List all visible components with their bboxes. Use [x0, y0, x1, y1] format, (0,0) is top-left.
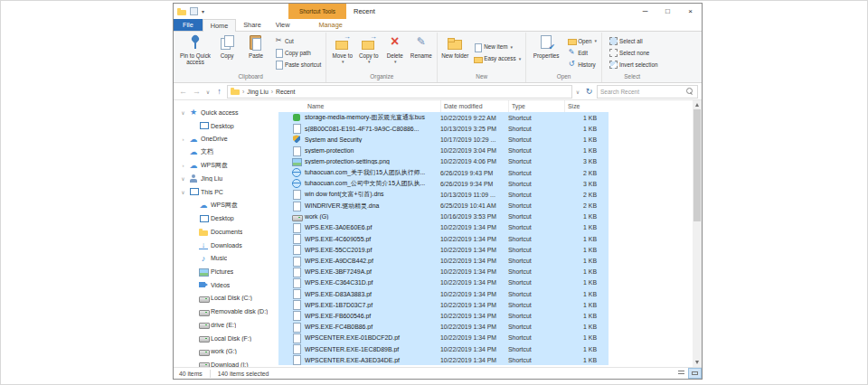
properties-button[interactable]: Properties — [529, 33, 563, 72]
file-row[interactable]: WPS.EXE-3BF7249A.pf10/22/2019 1:34 PMSho… — [278, 267, 609, 277]
breadcrumb-recent[interactable]: Recent — [276, 89, 296, 95]
sidebar-item[interactable]: ›☁OneDrive — [174, 132, 278, 146]
file-row[interactable]: WPSCENTER.EXE-A3ED34DE.pf10/22/2019 1:34… — [278, 354, 609, 365]
rename-button[interactable]: Rename — [408, 33, 434, 72]
sidebar-item[interactable]: ∨★Quick access — [174, 106, 278, 119]
sidebar-item[interactable]: ☁WPS网盘 — [174, 199, 278, 212]
sidebar-item[interactable]: ›☁WPS网盘 — [174, 159, 278, 173]
search-icon[interactable] — [686, 88, 694, 96]
easy-access-button[interactable]: Easy access — [471, 53, 523, 64]
file-row[interactable]: WPS.EXE-FB600546.pf10/22/2019 1:34 PMSho… — [278, 310, 609, 321]
paste-button[interactable]: Paste — [241, 33, 270, 72]
forward-icon[interactable]: → — [191, 87, 203, 96]
delete-button[interactable]: Delete — [382, 33, 408, 72]
sidebar-item[interactable]: Download (I:) — [174, 358, 278, 367]
file-row[interactable]: tuhaocuan.com_关于我们15人团队执行师...6/26/2019 9… — [278, 167, 609, 178]
sidebar-item[interactable]: Removable disk (D:) — [174, 305, 278, 318]
maximize-button[interactable]: □ — [656, 4, 679, 19]
sidebar-item[interactable]: ↓Downloads — [174, 239, 278, 252]
file-row[interactable]: work (G)10/16/2019 3:53 PMShortcut1 KB — [278, 211, 609, 222]
qat-customize-icon[interactable]: ▾ — [202, 8, 204, 14]
file-row[interactable]: WPSCENTER.EXE-1EC8D89B.pf10/22/2019 1:34… — [278, 343, 609, 354]
title-bar[interactable]: ▾ Shortcut Tools Recent ─ □ × — [174, 4, 702, 19]
file-row[interactable]: WPS.EXE-1B7D03C7.pf10/22/2019 1:34 PMSho… — [278, 299, 609, 310]
sidebar-item[interactable]: Videos — [174, 278, 278, 292]
scroll-up-icon[interactable] — [693, 100, 702, 109]
address-dropdown-icon[interactable]: ∨ — [574, 89, 581, 95]
file-row[interactable]: WPS.EXE-55CC2019.pf10/22/2019 1:34 PMSho… — [278, 244, 609, 255]
invert-selection-button[interactable]: Invert selection — [607, 59, 659, 70]
file-row[interactable]: WPS.EXE-C364C31D.pf10/22/2019 1:34 PMSho… — [278, 277, 609, 288]
recent-locations-icon[interactable]: ∨ — [204, 89, 212, 95]
select-none-button[interactable]: Select none — [607, 47, 659, 58]
file-row[interactable]: WINDRIVER.驱动精灵.dna6/25/2019 10:41 AMShor… — [278, 201, 609, 211]
sidebar-item[interactable]: ∨This PC — [174, 185, 278, 199]
sidebar-item[interactable]: work (G:) — [174, 344, 278, 358]
file-row[interactable]: s{8B00C081-E191-4F71-9A9C-C80886...10/13… — [278, 123, 609, 134]
sidebar-item[interactable]: ☁文档 — [174, 146, 278, 159]
sidebar-item[interactable]: Local Disk (F:) — [174, 332, 278, 345]
scrollbar-thumb[interactable] — [693, 109, 701, 221]
file-row[interactable]: System and Security10/17/2019 10:29 ...S… — [278, 134, 609, 145]
breadcrumb-jing-liu[interactable]: Jing Liu — [247, 89, 268, 95]
back-icon[interactable]: ← — [177, 87, 189, 96]
file-row[interactable]: system-protection10/22/2019 3:04 PMShort… — [278, 146, 609, 156]
thumbnails-view-button[interactable] — [688, 368, 702, 379]
select-all-button[interactable]: Select all — [607, 35, 659, 46]
file-row[interactable]: WPS.EXE-FC4B0B86.pf10/22/2019 1:34 PMSho… — [278, 322, 609, 333]
move-to-button[interactable]: Move to — [329, 33, 355, 72]
new-item-button[interactable]: New item — [471, 42, 523, 52]
history-button[interactable]: History — [565, 59, 599, 70]
sidebar-item[interactable]: ♪Music — [174, 252, 278, 266]
file-row[interactable]: system-protection-settings.png10/22/2019… — [278, 156, 609, 167]
vertical-scrollbar[interactable] — [693, 100, 702, 367]
column-header-date-modified[interactable]: Date modified — [440, 100, 508, 112]
column-header-size[interactable]: Size — [564, 100, 609, 112]
copy-button[interactable]: Copy — [212, 33, 241, 72]
minimize-button[interactable]: ─ — [634, 4, 656, 19]
chevron-down-icon[interactable]: ∨ — [180, 109, 186, 116]
copy-path-button[interactable]: Copy path — [272, 47, 323, 58]
file-row[interactable]: win dow font(文富+引首).dns10/13/2019 11:09 … — [278, 189, 609, 200]
close-button[interactable]: × — [679, 4, 702, 19]
chevron-right-icon[interactable]: › — [180, 136, 186, 142]
sidebar-item[interactable]: drive (E:) — [174, 318, 278, 332]
file-row[interactable]: WPS.EXE-4C609055.pf10/22/2019 1:34 PMSho… — [278, 233, 609, 244]
tab-home[interactable]: Home — [203, 19, 236, 32]
chevron-down-icon[interactable]: ∨ — [180, 189, 186, 195]
sidebar-item[interactable]: Desktop — [174, 119, 278, 133]
sidebar-item[interactable]: Pictures — [174, 265, 278, 278]
up-icon[interactable]: ↑ — [213, 87, 225, 96]
details-view-button[interactable] — [675, 368, 688, 379]
cut-button[interactable]: Cut — [272, 35, 323, 46]
column-header-name[interactable]: Name — [305, 100, 440, 112]
address-bar[interactable]: › Jing Liu › Recent — [227, 85, 572, 99]
scrollbar-track[interactable] — [693, 109, 702, 358]
refresh-icon[interactable]: ↻ — [583, 87, 595, 96]
edit-button[interactable]: Edit — [565, 47, 599, 58]
column-header-type[interactable]: Type — [508, 100, 564, 112]
tab-view[interactable]: View — [269, 19, 297, 31]
file-row[interactable]: WPS.EXE-A9DCB442.pf10/22/2019 1:34 PMSho… — [278, 255, 609, 266]
sidebar-item[interactable]: ∨Jing Liu — [174, 172, 278, 185]
pin-to-quick-access-button[interactable]: Pin to Quick access — [178, 33, 212, 72]
tab-file[interactable]: File — [174, 19, 203, 31]
file-row[interactable]: WPS.EXE-D83A3883.pf10/22/2019 1:34 PMSho… — [278, 288, 609, 299]
sidebar-item[interactable]: Desktop — [174, 212, 278, 226]
open-button[interactable]: Open — [565, 35, 599, 46]
paste-shortcut-button[interactable]: Paste shortcut — [272, 59, 323, 70]
file-row[interactable]: WPS.EXE-3A0E60E6.pf10/22/2019 1:34 PMSho… — [278, 222, 609, 233]
sidebar-item[interactable]: Documents — [174, 225, 278, 239]
file-row[interactable]: storage-media-memory-图景观光直通车bus10/22/201… — [278, 112, 609, 123]
chevron-right-icon[interactable]: › — [180, 163, 186, 168]
file-row[interactable]: tuhaocuan.com_公司中文简介15人团队执...6/26/2019 9… — [278, 178, 609, 189]
qat-button-icon[interactable] — [190, 7, 198, 15]
tab-manage[interactable]: Manage — [311, 19, 349, 31]
search-input[interactable] — [600, 89, 686, 95]
sidebar-item[interactable]: Local Disk (C:) — [174, 292, 278, 305]
new-folder-button[interactable]: New folder — [440, 33, 469, 72]
scroll-down-icon[interactable] — [693, 358, 702, 367]
chevron-down-icon[interactable]: ∨ — [180, 175, 186, 182]
tab-share[interactable]: Share — [236, 19, 268, 31]
file-row[interactable]: WPSCENTER.EXE-01BDCF2D.pf10/22/2019 1:34… — [278, 333, 609, 343]
